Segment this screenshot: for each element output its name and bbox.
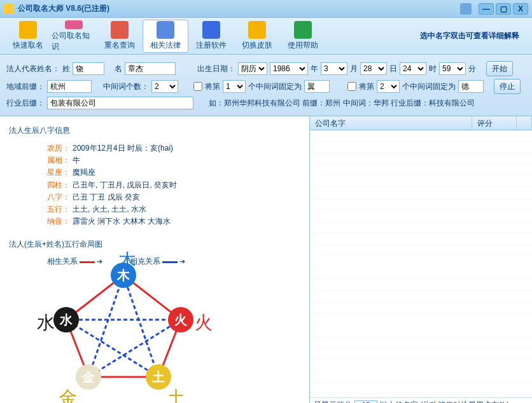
toolbar-icon: [19, 21, 37, 39]
toolbar-0[interactable]: 快速取名: [5, 20, 51, 53]
toolbar-4[interactable]: 注册软件: [188, 20, 234, 53]
svg-line-5: [123, 275, 158, 377]
col-name[interactable]: 公司名字: [310, 116, 472, 130]
wuxing-title: 法人(生辰+姓名)五行命局图: [9, 239, 300, 250]
hour-select[interactable]: 24: [400, 62, 426, 75]
score-threshold-input[interactable]: [354, 400, 377, 404]
toolbar-5[interactable]: 切换皮肤: [234, 20, 280, 53]
mid2-word-input[interactable]: [458, 80, 484, 93]
toolbar-tip: 选中名字双击可查看详细解释: [420, 31, 527, 41]
suffix-label: 行业后缀：: [6, 98, 45, 109]
name-label: 法人代表姓名：: [6, 64, 60, 74]
bazi-block: 农历：2009年12月4日 时辰：亥(hai)属相：牛星座：魔羯座四柱：己丑年,…: [47, 142, 300, 228]
given-label: 名: [115, 64, 122, 74]
region-label: 地域前缀：: [6, 81, 45, 92]
suffix-input[interactable]: [47, 97, 193, 109]
close-button[interactable]: X: [513, 3, 528, 15]
toolbar-6[interactable]: 使用帮助: [280, 20, 326, 53]
midcount-label: 中间词个数：: [103, 81, 149, 92]
toolbar-icon: [294, 21, 312, 39]
mid2-pos-select[interactable]: 2: [377, 80, 400, 93]
midcount-select[interactable]: 2: [151, 80, 178, 93]
window-title: 公司取名大师 V8.6(已注册): [18, 3, 460, 14]
start-button[interactable]: 开始: [486, 61, 513, 76]
toolbar-1[interactable]: 公司取名知识: [51, 20, 97, 53]
bazi-title: 法人生辰八字信息: [9, 125, 300, 136]
toolbar-2[interactable]: 重名查询: [97, 20, 143, 53]
toolbar-icon: [202, 21, 220, 39]
result-list[interactable]: [310, 130, 532, 397]
toolbar-icon: [65, 20, 83, 29]
right-panel: 公司名字 评分 只显示评分 以上的名字 (此功能仅对注册用户有效): [309, 116, 532, 403]
minute-select[interactable]: 59: [439, 62, 466, 75]
surname-input[interactable]: [73, 62, 104, 75]
main-area: 法人生辰八字信息 农历：2009年12月4日 时辰：亥(hai)属相：牛星座：魔…: [0, 116, 532, 403]
mid1-pos-select[interactable]: 1: [223, 80, 246, 93]
minimize-button[interactable]: —: [479, 3, 494, 15]
region-input[interactable]: [47, 80, 92, 93]
wuxing-diagram: 相生关系➔ 相克关系➔ 木木火火土土金金水水: [34, 256, 213, 396]
toolbar: 快速取名公司取名知识重名查询相关法律注册软件切换皮肤使用帮助选中名字双击可查看详…: [0, 18, 532, 55]
month-select[interactable]: 3: [321, 62, 347, 75]
mid1-checkbox[interactable]: [193, 82, 202, 91]
gift-icon[interactable]: [460, 3, 472, 15]
example-text: 如：郑州华邦科技有限公司 前缀：郑州 中间词：华邦 行业后缀：科技有限公司: [209, 98, 475, 109]
maximize-button[interactable]: ▢: [496, 3, 511, 15]
form-panel: 法人代表姓名： 姓 名 出生日期： 阴历 1986 年 3 月 28 日 24 …: [0, 55, 532, 116]
mid1-word-input[interactable]: [304, 80, 330, 93]
result-footer: 只显示评分 以上的名字 (此功能仅对注册用户有效): [310, 397, 532, 403]
app-icon: [4, 4, 14, 14]
toolbar-icon: [157, 21, 174, 39]
svg-line-9: [88, 275, 123, 377]
toolbar-icon: [248, 21, 266, 39]
col-score[interactable]: 评分: [472, 116, 517, 130]
calendar-select[interactable]: 阴历: [238, 62, 267, 75]
mid2-checkbox[interactable]: [347, 82, 356, 91]
day-select[interactable]: 28: [360, 62, 387, 75]
toolbar-icon: [111, 21, 129, 39]
stop-button[interactable]: 停止: [494, 79, 521, 94]
surname-label: 姓: [62, 64, 70, 74]
year-select[interactable]: 1986: [270, 62, 308, 75]
toolbar-3[interactable]: 相关法律: [143, 20, 188, 53]
result-header: 公司名字 评分: [310, 116, 532, 130]
birth-label: 出生日期：: [197, 64, 235, 74]
titlebar: 公司取名大师 V8.6(已注册) — ▢ X: [0, 0, 532, 18]
left-panel: 法人生辰八字信息 农历：2009年12月4日 时辰：亥(hai)属相：牛星座：魔…: [0, 116, 309, 403]
given-input[interactable]: [125, 62, 176, 75]
